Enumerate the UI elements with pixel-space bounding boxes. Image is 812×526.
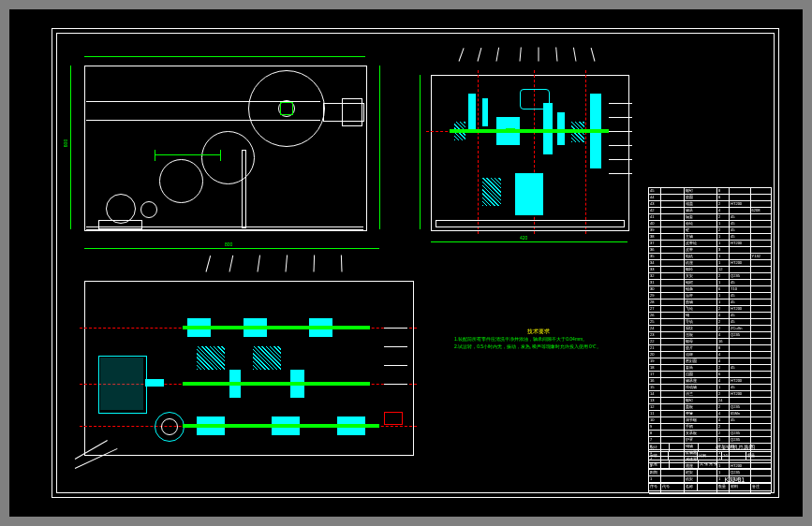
- dim-top: [84, 56, 365, 57]
- top-shaft-3: [183, 424, 379, 428]
- bom-row: 34机座1HT200: [649, 260, 771, 267]
- bom-row: 19密封圈4: [649, 358, 771, 365]
- bom-row: 41隔套245: [649, 214, 771, 221]
- notes-line1: 1.装配前所有零件应清洗干净并涂油，轴承间隙不大于0.04mm。: [454, 335, 623, 343]
- side-dim-bottom: [431, 241, 627, 242]
- small-roller: [140, 201, 157, 218]
- bom-row: 45螺钉8: [649, 188, 771, 195]
- dim-inner-r: [220, 150, 221, 161]
- shaft-mid: [86, 120, 320, 121]
- side-centerline-v3: [585, 70, 586, 234]
- dim-overall-width: [84, 248, 379, 249]
- bom-row: 24滑块2ZCuSn: [649, 326, 771, 332]
- bom-row: 13螺钉24: [649, 398, 771, 404]
- side-leader-r5: [609, 159, 632, 160]
- bom-row: 15传动轴145: [649, 385, 771, 391]
- tb-scale: 1:5: [722, 452, 746, 460]
- bom-row: 18套筒245: [649, 365, 771, 372]
- side-gear-2: [482, 98, 488, 126]
- tb-sheet: 共 张 第 张: [699, 460, 771, 468]
- tb-title: 框架锯机总装图: [699, 444, 771, 451]
- side-leader-r1: [609, 103, 632, 104]
- bom-row: 43端盖2HT200: [649, 201, 771, 208]
- dim-right-bracket: [379, 66, 380, 229]
- bom-row: 21垫片8: [649, 345, 771, 352]
- top-block-2: [253, 346, 281, 370]
- shaft-top: [86, 101, 320, 102]
- top-leader-r3: [384, 365, 407, 366]
- bom-row: 37皮带轮1HT200: [649, 241, 771, 247]
- side-base: [436, 220, 625, 227]
- tb-date-label: 日期: [649, 469, 698, 491]
- notes-line2: 2.试运转，0.5小时内无，振动，发热,噪声等现象时允许投入使用 0℃。: [454, 343, 623, 350]
- bearing-block-right: [342, 98, 362, 126]
- top-pulley-small: [161, 418, 178, 435]
- dim-height-label: 600: [63, 139, 68, 147]
- bom-row: 10调节螺445: [649, 417, 771, 424]
- hex-nut-large: [280, 102, 293, 115]
- title-block: 设计 框架锯机总装图 审核 比例 1:5 重量 批准 共 张 第 张 日期 KJ…: [648, 443, 772, 491]
- column-mid: [242, 150, 246, 228]
- bom-row: 26销445: [649, 313, 771, 319]
- dim-width-label: 800: [225, 241, 232, 247]
- cad-canvas[interactable]: 800 600 420: [9, 9, 803, 517]
- tb-weight-label: 重量: [746, 452, 771, 460]
- bom-row: 31锯框145: [649, 280, 771, 286]
- bom-row: 33螺栓12: [649, 267, 771, 273]
- side-gear-1: [468, 94, 476, 131]
- tb-design-label: 设计: [649, 444, 670, 451]
- bom-row: 12盖板2Q235: [649, 404, 771, 411]
- tb-scale-label: 比例: [698, 452, 722, 460]
- side-leader-r3: [609, 131, 632, 132]
- side-leader-r6: [609, 173, 632, 174]
- top-motor-fill: [100, 358, 143, 410]
- bom-row: 14法兰2HT200: [649, 391, 771, 398]
- bom-row: 36皮带3: [649, 247, 771, 254]
- top-block-1: [197, 346, 225, 370]
- side-shaft-green: [450, 129, 609, 133]
- bom-row: 9手柄2: [649, 424, 771, 431]
- tb-dwg-no: KJJ-01: [698, 469, 771, 491]
- bom-row: 29连杆145: [649, 293, 771, 300]
- top-shaft-1: [183, 326, 370, 329]
- top-leader-r1: [384, 328, 407, 329]
- bom-row: 44垫圈8: [649, 195, 771, 201]
- bom-row: 22螺母16: [649, 339, 771, 345]
- side-leader-5: [539, 48, 539, 62]
- technical-notes: 技术要求 1.装配前所有零件应清洗干净并涂油，轴承间隙不大于0.04mm。 2.…: [454, 328, 623, 350]
- side-centerline-v1: [478, 70, 479, 234]
- bom-row: 40齿轮145: [649, 221, 771, 227]
- dim-overall-height: [70, 66, 71, 229]
- pulley-mid: [201, 131, 255, 184]
- bom-row: 27飞轮2HT200: [649, 306, 771, 313]
- bom-row: 42轴承46208: [649, 208, 771, 214]
- side-dim-label: 420: [520, 235, 527, 241]
- side-dim-left: [420, 75, 421, 229]
- bom-row: 11弹簧465Mn: [649, 411, 771, 417]
- bom-row: 25导轨245: [649, 319, 771, 326]
- bom-row: 23压板4Q235: [649, 332, 771, 339]
- bom-row: 28曲轴145: [649, 300, 771, 306]
- bom-row: 38主轴145: [649, 234, 771, 241]
- side-leader-r2: [609, 117, 632, 118]
- side-lower-hatch: [482, 178, 501, 206]
- side-leader-r4: [609, 145, 632, 146]
- notes-title: 技术要求: [454, 328, 623, 335]
- top-motor-shaft: [145, 379, 164, 387]
- bom-row: 20油杯4: [649, 352, 771, 358]
- top-marker-red: [384, 412, 403, 425]
- bom-row: 35电机1Y132: [649, 254, 771, 260]
- dim-inner: [155, 154, 220, 155]
- bom-row: 8支承板2Q235: [649, 431, 771, 437]
- tb-check-label: 审核: [649, 452, 669, 460]
- side-lower-comp: [515, 173, 543, 215]
- base-rail: [86, 226, 363, 230]
- bom-row: 17挡圈6: [649, 372, 771, 378]
- bom-row: 39键245: [649, 227, 771, 234]
- top-leader-r2: [384, 346, 407, 347]
- bom-row: 32支架2Q235: [649, 273, 771, 280]
- top-leader-r4: [384, 384, 407, 385]
- pulley-small: [159, 159, 203, 203]
- dim-inner-l: [155, 150, 155, 161]
- top-shaft-2: [183, 382, 370, 386]
